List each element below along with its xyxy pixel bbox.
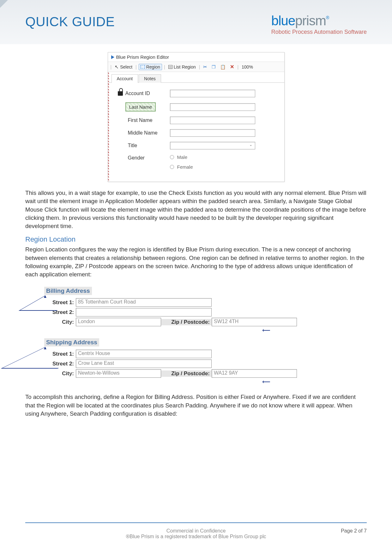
zoom-level[interactable]: 100%	[240, 64, 254, 70]
gender-male-label: Male	[177, 154, 188, 160]
toolbar-separator: |	[111, 64, 112, 69]
scissors-icon: ✂	[203, 64, 207, 70]
shipping-title-region: Shipping Address	[44, 338, 99, 346]
logo-registered-icon: ®	[326, 15, 329, 20]
zip-anchor-arrow-icon: ⟵	[44, 327, 367, 334]
billing-city-label: City:	[44, 319, 76, 325]
page-footer: Commercial in Confidence ®Blue Prism is …	[25, 522, 367, 539]
region-editor-window: Blue Prism Region Editor | ↖ Select | Re…	[108, 52, 285, 182]
list-region-label: List Region	[174, 64, 196, 69]
tab-bar: Account Notes	[109, 72, 284, 83]
middle-name-label: Middle Name	[118, 130, 170, 136]
shipping-zip-field[interactable]: WA12 9AY	[212, 369, 297, 378]
page-number: Page 2 of 7	[341, 528, 367, 534]
window-title: Blue Prism Region Editor	[116, 54, 169, 60]
select-tool[interactable]: ↖ Select	[113, 63, 134, 70]
logo-subtitle: Robotic Process Automation Software	[271, 29, 367, 35]
account-id-label: Account ID	[118, 91, 170, 96]
pointer-icon: ↖	[115, 64, 119, 70]
radio-icon	[170, 155, 174, 159]
lock-icon	[118, 91, 123, 96]
paragraph-2: Region Location configures the way the r…	[25, 245, 367, 279]
shipping-city-label: City:	[44, 370, 76, 377]
billing-address-block: Billing Address ▲ Street 1: 85 Tottenham…	[44, 287, 367, 334]
shipping-zip-label-region: Zip / Postcode:	[161, 370, 212, 377]
zip-anchor-arrow-icon: ⟵	[44, 378, 367, 385]
logo-word-blue: blue	[271, 13, 295, 28]
region-rect-icon	[141, 65, 145, 69]
shipping-city-field[interactable]: Newton-le-Willows	[76, 369, 161, 378]
footer-line-1: Commercial in Confidence	[25, 528, 367, 534]
shipping-address-block: Shipping Address ▲ Street 1: Centrix Hou…	[44, 338, 367, 385]
paragraph-3: To accomplish this anchoring, define a R…	[25, 393, 367, 418]
shipping-street1-field[interactable]: Centrix House	[76, 350, 212, 358]
delete-button[interactable]: ✕	[229, 63, 235, 70]
gender-label: Gender	[118, 154, 170, 161]
billing-zip-label-region: Zip / Postcode:	[161, 319, 212, 325]
radio-icon	[170, 165, 174, 169]
account-id-field[interactable]	[170, 90, 255, 97]
footer-line-2: ®Blue Prism is a registered trademark of…	[25, 534, 367, 539]
billing-street2-field[interactable]	[76, 308, 212, 316]
tab-notes[interactable]: Notes	[139, 74, 161, 83]
gender-female-radio[interactable]: Female	[170, 164, 193, 170]
title-select[interactable]	[170, 142, 255, 149]
list-region-tool[interactable]: List Region	[167, 64, 197, 70]
toolbar-separator: |	[164, 64, 165, 69]
section-heading-region-location: Region Location	[25, 235, 367, 244]
account-form: Account ID Last Name First Name	[109, 83, 284, 177]
billing-title-region: Billing Address	[44, 287, 92, 295]
region-label: Region	[146, 64, 160, 69]
toolbar-separator: |	[237, 64, 238, 69]
copy-icon: ❐	[212, 64, 216, 69]
select-label: Select	[120, 64, 132, 69]
page-title: QUICK GUIDE	[25, 14, 115, 29]
middle-name-field[interactable]	[170, 129, 255, 137]
app-icon	[111, 55, 114, 59]
editor-body: Account Notes Account ID Las	[108, 72, 284, 182]
last-name-field[interactable]	[170, 103, 255, 111]
page-header: QUICK GUIDE blueprism® Robotic Process A…	[0, 0, 392, 44]
billing-street1-field[interactable]: 85 Tottenham Court Road	[76, 298, 212, 307]
last-name-region-selection[interactable]: Last Name	[125, 102, 156, 111]
close-icon: ✕	[230, 64, 234, 70]
first-name-label: First Name	[118, 117, 170, 123]
copy-button[interactable]: ❐	[210, 64, 217, 70]
logo-word-prism: prism	[295, 13, 326, 28]
paste-button[interactable]: 📋	[219, 64, 227, 70]
gender-male-radio[interactable]: Male	[170, 154, 193, 160]
paste-icon: 📋	[220, 64, 226, 69]
logo-text: blueprism®	[271, 14, 367, 27]
account-id-text: Account ID	[125, 91, 150, 96]
window-titlebar: Blue Prism Region Editor	[108, 52, 284, 62]
list-region-icon	[168, 65, 172, 69]
toolbar-separator: |	[136, 64, 137, 69]
first-name-field[interactable]	[170, 117, 255, 124]
address-figure: Billing Address ▲ Street 1: 85 Tottenham…	[25, 284, 367, 393]
title-label: Title	[118, 143, 170, 148]
billing-city-field[interactable]: London	[76, 318, 161, 326]
toolbar-separator: |	[199, 64, 200, 69]
last-name-label-wrap: Last Name	[118, 102, 170, 111]
shipping-street2-field[interactable]: Crow Lane East	[76, 359, 212, 368]
billing-zip-field[interactable]: SW12 4TH	[212, 318, 297, 326]
tab-account[interactable]: Account	[112, 74, 138, 83]
toolbar: | ↖ Select | Region | List Region | ✂ ❐	[108, 62, 284, 72]
logo: blueprism® Robotic Process Automation So…	[271, 14, 367, 35]
region-tool[interactable]: Region	[139, 64, 162, 70]
cut-button[interactable]: ✂	[202, 63, 208, 70]
paragraph-1: This allows you, in a wait stage for exa…	[25, 189, 367, 230]
gender-female-label: Female	[177, 164, 193, 170]
